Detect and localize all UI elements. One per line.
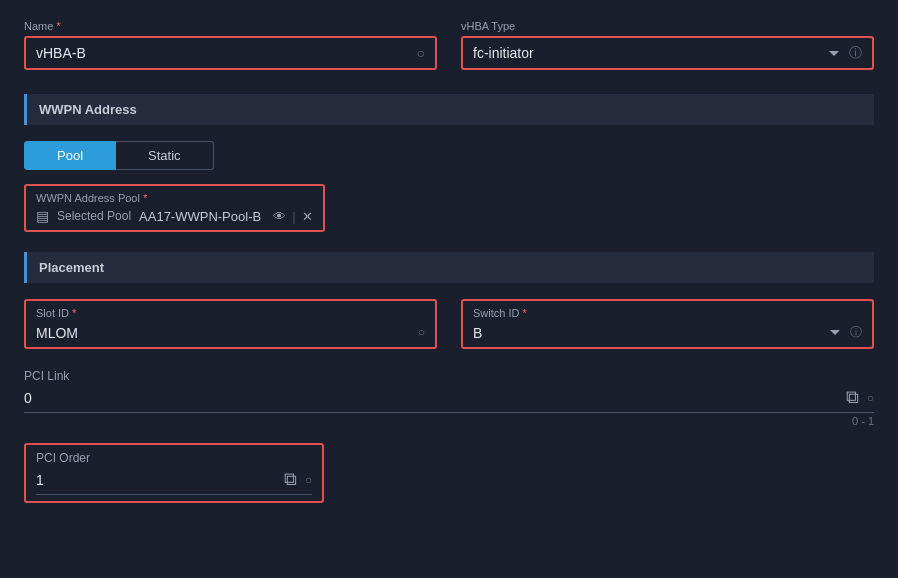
- pci-link-label: PCI Link: [24, 369, 874, 383]
- name-field-group: Name * vHBA-B ○: [24, 20, 437, 70]
- pci-order-box: PCI Order 1 ⧉ ○: [24, 443, 324, 503]
- wwpn-section: WWPN Address Pool Static WWPN Address Po…: [24, 94, 874, 232]
- pci-order-value: 1: [36, 472, 276, 488]
- pci-link-value: 0: [24, 390, 838, 406]
- pci-order-input-row: 1 ⧉ ○: [36, 469, 312, 495]
- switch-id-label: Switch ID *: [473, 307, 862, 319]
- pci-order-stepper-icon[interactable]: ⧉: [284, 469, 297, 490]
- pci-order-label: PCI Order: [36, 451, 312, 465]
- pool-document-icon: ▤: [36, 208, 49, 224]
- pci-link-input-row: 0 ⧉ ○: [24, 387, 874, 413]
- switch-id-info-icon[interactable]: ⓘ: [850, 324, 862, 341]
- placement-section-header: Placement: [24, 252, 874, 283]
- switch-id-value-row: B ⓘ: [473, 323, 862, 341]
- pci-link-stepper-icon[interactable]: ⧉: [846, 387, 859, 408]
- pci-link-info-icon[interactable]: ○: [867, 391, 874, 405]
- pool-name: AA17-WWPN-Pool-B: [139, 209, 261, 224]
- pool-eye-icon[interactable]: 👁: [273, 209, 286, 224]
- vhba-type-value: fc-initiator: [473, 45, 534, 61]
- vhba-type-dropdown-icon[interactable]: [829, 51, 839, 56]
- wwpn-pool-label: WWPN Address Pool *: [36, 192, 313, 204]
- slot-id-field: Slot ID * MLOM ○: [24, 299, 437, 349]
- vhba-type-label: vHBA Type: [461, 20, 874, 32]
- switch-id-value: B: [473, 325, 482, 341]
- vhba-type-info-icon[interactable]: ⓘ: [849, 44, 862, 62]
- pool-separator: |: [292, 209, 295, 224]
- pool-actions: 👁 | ✕: [273, 209, 312, 224]
- wwpn-pool-value-row: ▤ Selected Pool AA17-WWPN-Pool-B 👁 | ✕: [36, 208, 313, 224]
- main-content: Name * vHBA-B ○ vHBA Type fc-initiator ⓘ: [0, 0, 898, 539]
- slot-id-info-icon[interactable]: ○: [418, 325, 425, 339]
- pool-toggle-button[interactable]: Pool: [24, 141, 116, 170]
- pci-order-row: PCI Order 1 ⧉ ○: [24, 443, 874, 503]
- slot-switch-row: Slot ID * MLOM ○ Switch ID * B: [24, 299, 874, 349]
- switch-id-icons: ⓘ: [830, 324, 862, 341]
- placement-section: Placement Slot ID * MLOM ○ Switch ID *: [24, 252, 874, 503]
- switch-id-dropdown-icon[interactable]: [830, 330, 840, 335]
- slot-id-value-row: MLOM ○: [36, 323, 425, 341]
- pool-close-icon[interactable]: ✕: [302, 209, 313, 224]
- pci-link-range: 0 - 1: [24, 415, 874, 427]
- vhba-type-field-group: vHBA Type fc-initiator ⓘ: [461, 20, 874, 70]
- name-input-wrap[interactable]: vHBA-B ○: [24, 36, 437, 70]
- name-label: Name *: [24, 20, 437, 32]
- name-input[interactable]: vHBA-B: [36, 45, 409, 61]
- pci-link-row: PCI Link 0 ⧉ ○ 0 - 1: [24, 369, 874, 427]
- vhba-type-icons: ⓘ: [829, 44, 862, 62]
- wwpn-section-header: WWPN Address: [24, 94, 874, 125]
- vhba-type-input-wrap[interactable]: fc-initiator ⓘ: [461, 36, 874, 70]
- wwpn-pool-box: WWPN Address Pool * ▤ Selected Pool AA17…: [24, 184, 325, 232]
- switch-id-field: Switch ID * B ⓘ: [461, 299, 874, 349]
- slot-id-label: Slot ID *: [36, 307, 425, 319]
- name-clear-icon[interactable]: ○: [417, 45, 425, 61]
- wwpn-toggle-group: Pool Static: [24, 141, 874, 170]
- pool-prefix: Selected Pool: [57, 209, 131, 223]
- pci-order-info-icon[interactable]: ○: [305, 473, 312, 487]
- static-toggle-button[interactable]: Static: [116, 141, 214, 170]
- slot-id-value: MLOM: [36, 325, 78, 341]
- top-row: Name * vHBA-B ○ vHBA Type fc-initiator ⓘ: [24, 20, 874, 70]
